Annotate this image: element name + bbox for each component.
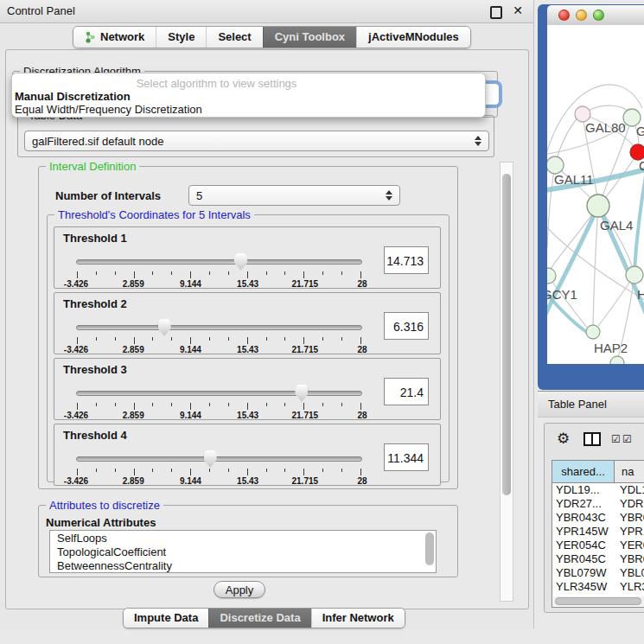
list-scrollbar[interactable] [425, 532, 434, 565]
minimize-traffic-light-icon[interactable] [576, 10, 587, 21]
column-layout-icon[interactable] [583, 432, 601, 446]
window-title: Control Panel [7, 0, 75, 22]
slider-track[interactable] [76, 325, 362, 330]
node-label: H [637, 287, 644, 302]
attributes-group: Attributes to discretize Numerical Attri… [38, 505, 458, 577]
table-horizontal-scrollbar[interactable] [553, 596, 644, 606]
settings-vertical-scrollbar[interactable] [500, 162, 513, 602]
slider-track[interactable] [76, 391, 362, 396]
slider-thumb[interactable] [204, 450, 217, 468]
network-node[interactable] [547, 156, 564, 174]
column-header-name[interactable]: na [615, 461, 644, 482]
control-panel-titlebar: Control Panel ✕ [0, 0, 533, 23]
zoom-traffic-light-icon[interactable] [593, 10, 604, 21]
slider-scale-labels: -3.4262.8599.14415.4321.71528 [76, 476, 362, 487]
close-icon[interactable]: ✕ [513, 3, 523, 17]
threshold-slider[interactable]: -3.4262.8599.14415.4321.71528 [76, 253, 362, 288]
network-node[interactable] [626, 266, 643, 284]
numerical-attribute-item[interactable]: SelfLoops [57, 532, 436, 545]
slider-thumb[interactable] [158, 319, 171, 336]
network-node[interactable] [586, 325, 600, 339]
apply-button[interactable]: Apply [214, 581, 265, 598]
node-label: GAL4 [600, 218, 633, 233]
threshold-panel: Threshold 1-3.4262.8599.14415.4321.71528… [54, 226, 441, 289]
threshold-panels: Threshold 1-3.4262.8599.14415.4321.71528… [54, 226, 441, 489]
slider-ticks [77, 337, 361, 345]
spinner-arrows-icon [386, 190, 392, 201]
slider-ticks [77, 469, 361, 476]
table-row[interactable]: YBR045CYBR0 [552, 552, 644, 566]
number-of-intervals-combobox[interactable]: 5 [188, 185, 400, 206]
scrollbar-thumb[interactable] [502, 174, 511, 495]
tab-jactivemnodules[interactable]: jActiveMNodules [356, 27, 470, 48]
threshold-value-field[interactable]: 21.4 [384, 378, 429, 405]
threshold-label: Threshold 1 [63, 232, 127, 245]
network-view-window[interactable]: GAL80GACGAL11GAL4GCY1HHAP2 [538, 4, 644, 390]
threshold-slider[interactable]: -3.4262.8599.14415.4321.71528 [76, 385, 362, 419]
threshold-slider[interactable]: -3.4262.8599.14415.4321.71528 [76, 319, 362, 354]
node-label: GCY1 [547, 287, 577, 302]
tab-infer-network[interactable]: Infer Network [311, 609, 405, 628]
table-data-combobox[interactable]: galFiltered.sif default node [24, 131, 489, 151]
checkbox-icon[interactable]: ☑ [611, 433, 621, 445]
slider-track[interactable] [76, 259, 362, 265]
network-icon [85, 31, 96, 43]
slider-scale-labels: -3.4262.8599.14415.4321.71528 [76, 411, 362, 421]
slider-track[interactable] [76, 456, 362, 462]
close-traffic-light-icon[interactable] [558, 10, 570, 21]
slider-ticks [77, 403, 361, 411]
threshold-value-field[interactable]: 11.344 [384, 443, 429, 471]
tab-style[interactable]: Style [156, 27, 206, 48]
network-node[interactable] [610, 356, 624, 364]
tab-select[interactable]: Select [206, 27, 262, 48]
checkbox-icon[interactable]: ☑ [622, 433, 632, 445]
dropdown-option-manual[interactable]: Manual Discretization [12, 90, 485, 103]
tab-discretize-data[interactable]: Discretize Data [208, 609, 310, 628]
column-header-shared-name[interactable]: shared... [552, 461, 615, 482]
numerical-attribute-item[interactable]: TopologicalCoefficient [57, 545, 436, 559]
table-panel-title: Table Panel [548, 392, 607, 417]
slider-ticks [77, 271, 361, 279]
network-window-titlebar [547, 5, 644, 26]
network-canvas[interactable]: GAL80GACGAL11GAL4GCY1HHAP2 [547, 25, 644, 364]
slider-thumb[interactable] [295, 385, 308, 402]
threshold-slider[interactable]: -3.4262.8599.14415.4321.71528 [76, 450, 362, 485]
slider-thumb[interactable] [234, 253, 247, 271]
table-row[interactable]: YBR043CYBR0 [552, 511, 644, 525]
node-label: C [639, 158, 644, 173]
scrollbar-thumb[interactable] [555, 597, 641, 605]
slider-scale-labels: -3.4262.8599.14415.4321.71528 [76, 279, 362, 290]
table-row[interactable]: YPR145WYPR1 [552, 525, 644, 539]
tab-network[interactable]: Network [73, 27, 156, 48]
bottom-tab-bar: Impute Data Discretize Data Infer Networ… [123, 608, 405, 628]
table-row[interactable]: YDR27...YDR2 [552, 497, 644, 511]
table-row[interactable]: YDL19...YDL1 [552, 483, 644, 497]
group-title: Attributes to discretize [46, 499, 163, 512]
threshold-panel: Threshold 4-3.4262.8599.14415.4321.71528… [54, 424, 441, 486]
numerical-attributes-label: Numerical Attributes [46, 516, 156, 529]
float-icon[interactable] [490, 6, 502, 19]
table-panel-body: ⚙ ☑ ☑ shared... na YDL19...YDL1YDR27...Y… [544, 423, 644, 613]
network-node[interactable] [587, 194, 609, 217]
table-row[interactable]: YLR345WYLR3 [552, 580, 644, 594]
threshold-value-field[interactable]: 6.316 [384, 312, 429, 340]
tab-cyni-toolbox[interactable]: Cyni Toolbox [263, 27, 356, 48]
table-rows: YDL19...YDL1YDR27...YDR2YBR043CYBR0YPR14… [552, 483, 644, 596]
tab-impute-data[interactable]: Impute Data [124, 609, 208, 628]
table-row[interactable]: YER054CYER0 [552, 539, 644, 552]
table-row[interactable]: YBL079WYBL0 [552, 566, 644, 580]
control-panel-window: Control Panel ✕ Network Style Select Cyn… [0, 0, 534, 628]
numerical-attribute-item[interactable]: BetweennessCentrality [57, 559, 436, 573]
slider-scale-labels: -3.4262.8599.14415.4321.71528 [76, 345, 362, 355]
network-node[interactable] [547, 268, 556, 284]
threshold-label: Threshold 4 [63, 429, 127, 442]
number-of-intervals-label: Number of Intervals [55, 186, 161, 207]
threshold-value-field[interactable]: 14.713 [384, 246, 429, 274]
table-panel-header: Table Panel [538, 391, 644, 418]
gear-icon[interactable]: ⚙ [557, 430, 570, 447]
dropdown-option-equal-width[interactable]: Equal Width/Frequency Discretization [12, 103, 485, 116]
node-label: GAL80 [585, 120, 626, 135]
group-title: Threshold's Coordinates for 5 Intervals [54, 208, 254, 221]
algorithm-dropdown-popup: Select algorithm to view settings Manual… [11, 73, 486, 118]
numerical-attributes-list[interactable]: SelfLoopsTopologicalCoefficientBetweenne… [49, 530, 437, 573]
